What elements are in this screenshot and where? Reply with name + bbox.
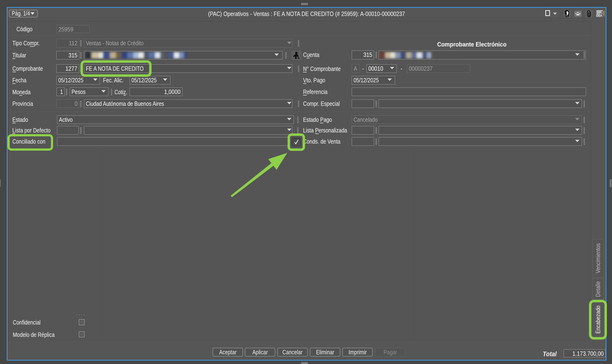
svg-text:DEF.: DEF. [596, 14, 603, 17]
